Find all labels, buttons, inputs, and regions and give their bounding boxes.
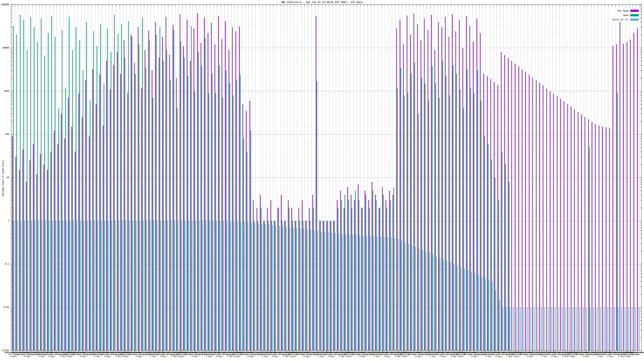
- bar-score: [24, 221, 25, 351]
- bar-score: [216, 221, 217, 351]
- bar-not-spam: [124, 40, 124, 351]
- bar-not-spam: [22, 149, 23, 351]
- x-tick-top: [154, 5, 154, 6]
- v-gridline: [409, 5, 410, 351]
- y-minor-tick-right: [640, 61, 642, 61]
- bar-score: [387, 237, 388, 351]
- x-tick-top: [294, 5, 294, 6]
- bar-score: [335, 233, 336, 351]
- x-tick-top: [521, 5, 521, 6]
- bar-spam: [418, 114, 418, 351]
- bar-spam: [313, 208, 314, 351]
- v-gridline: [332, 5, 333, 351]
- v-gridline: [140, 5, 141, 351]
- v-gridline: [476, 5, 476, 351]
- bar-score: [108, 221, 108, 351]
- bar-not-spam: [120, 74, 121, 351]
- bar-score: [104, 221, 105, 351]
- bar-not-spam: [386, 200, 386, 351]
- x-tick-top: [622, 5, 622, 6]
- bar-score: [223, 221, 224, 351]
- x-tick-top: [587, 5, 588, 6]
- x-tick-top: [284, 5, 284, 6]
- x-tick-top: [591, 5, 591, 6]
- bar-not-spam: [466, 16, 467, 351]
- v-gridline: [284, 5, 284, 351]
- v-gridline: [385, 5, 385, 351]
- bar-score: [234, 221, 234, 351]
- v-gridline: [343, 5, 343, 351]
- v-gridline: [423, 5, 424, 351]
- x-tick-top: [406, 5, 406, 6]
- y-minor-tick-right: [640, 338, 642, 338]
- bar-spam: [86, 22, 87, 351]
- v-gridline: [577, 5, 577, 351]
- bar-score: [565, 307, 566, 351]
- bar-spam: [432, 66, 432, 351]
- bar-score: [580, 307, 580, 351]
- bar-spam: [366, 195, 366, 351]
- bar-spam: [142, 18, 143, 351]
- bar-not-spam: [270, 200, 271, 351]
- x-tick-top: [496, 5, 497, 6]
- y-major-tick-right: [639, 134, 642, 135]
- bar-score: [129, 221, 130, 351]
- legend-row-not-spam: Not Spam: [612, 8, 639, 13]
- bar-spam: [481, 101, 482, 351]
- bar-score: [398, 239, 398, 351]
- bar-score: [178, 221, 178, 351]
- bar-spam: [79, 40, 80, 351]
- x-tick-top: [437, 5, 437, 6]
- y-tick-label: 10000: [0, 47, 9, 49]
- y-minor-tick-left: [11, 104, 12, 104]
- bar-spam: [310, 221, 310, 351]
- y-minor-tick-right: [640, 70, 642, 71]
- y-minor-tick-right: [640, 101, 642, 101]
- bar-not-spam: [351, 195, 352, 351]
- v-gridline: [168, 5, 168, 351]
- bar-score: [290, 227, 290, 351]
- bar-score: [317, 231, 318, 351]
- bar-not-spam: [452, 14, 452, 351]
- x-tick-top: [120, 5, 120, 6]
- v-gridline: [203, 5, 204, 351]
- bar-score: [499, 300, 500, 351]
- x-tick-top: [276, 5, 277, 6]
- bar-spam: [160, 27, 160, 351]
- bar-score: [304, 229, 304, 351]
- bar-spam: [268, 221, 268, 351]
- bar-not-spam: [145, 50, 145, 351]
- x-tick-top: [67, 5, 67, 6]
- bar-spam: [404, 95, 404, 351]
- bar-score: [101, 221, 102, 351]
- bar-not-spam: [166, 17, 166, 351]
- bar-not-spam: [274, 221, 274, 351]
- bar-not-spam: [312, 195, 313, 351]
- y-minor-tick-left: [11, 98, 12, 98]
- bar-score: [293, 228, 294, 351]
- x-tick-top: [196, 5, 196, 6]
- x-tick-top: [130, 5, 130, 6]
- bar-score: [244, 222, 245, 351]
- bar-score: [345, 234, 346, 351]
- y-minor-tick-right: [640, 57, 642, 58]
- bar-spam: [439, 98, 440, 351]
- y-minor-tick-left: [11, 78, 12, 78]
- y-minor-tick-left: [11, 65, 12, 65]
- bar-score: [443, 259, 444, 351]
- bar-score: [492, 281, 493, 351]
- bar-spam: [100, 24, 101, 351]
- bar-spam: [341, 200, 342, 351]
- bar-not-spam: [33, 144, 34, 351]
- x-tick-top: [60, 5, 60, 6]
- x-tick-top: [573, 5, 574, 6]
- x-tick-top: [242, 5, 242, 6]
- x-tick-top: [486, 5, 486, 6]
- bar-not-spam: [225, 21, 226, 351]
- bar-score: [59, 221, 60, 351]
- v-gridline: [315, 5, 315, 351]
- v-gridline: [88, 5, 88, 351]
- v-gridline: [298, 5, 298, 351]
- v-gridline: [214, 5, 214, 351]
- y-minor-tick-left: [11, 52, 12, 52]
